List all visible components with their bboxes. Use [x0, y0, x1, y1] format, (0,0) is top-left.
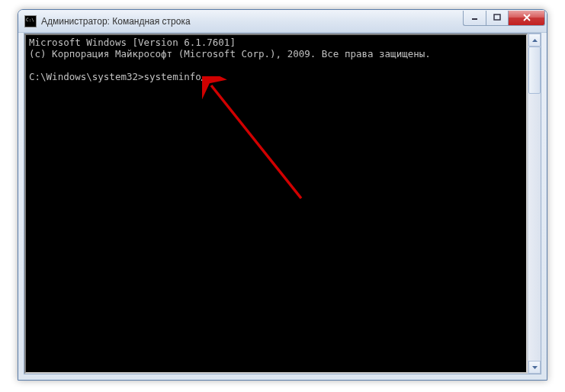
svg-rect-1	[494, 14, 500, 20]
cursor-icon	[201, 79, 207, 81]
console-prompt: C:\Windows\system32>	[29, 71, 144, 82]
scroll-thumb[interactable]	[528, 47, 541, 94]
console-line-copyright: (c) Корпорация Майкрософт (Microsoft Cor…	[29, 48, 431, 59]
scroll-track[interactable]	[528, 47, 541, 361]
close-button[interactable]	[509, 11, 545, 26]
window-title: Администратор: Командная строка	[41, 16, 463, 27]
client-area: Microsoft Windows [Version 6.1.7601] (c)…	[24, 33, 541, 374]
console-output[interactable]: Microsoft Windows [Version 6.1.7601] (c)…	[24, 34, 528, 374]
scroll-down-button[interactable]	[528, 361, 541, 374]
cmd-window: Администратор: Командная строка Microsof…	[18, 9, 547, 381]
maximize-button[interactable]	[486, 11, 509, 26]
console-line-version: Microsoft Windows [Version 6.1.7601]	[29, 37, 236, 48]
window-controls	[463, 11, 545, 27]
vertical-scrollbar[interactable]	[528, 34, 541, 374]
console-command-input[interactable]: systeminfo	[144, 71, 201, 82]
titlebar[interactable]: Администратор: Командная строка	[18, 10, 547, 33]
minimize-button[interactable]	[463, 11, 486, 26]
cmd-icon	[24, 15, 37, 27]
scroll-up-button[interactable]	[528, 34, 541, 47]
